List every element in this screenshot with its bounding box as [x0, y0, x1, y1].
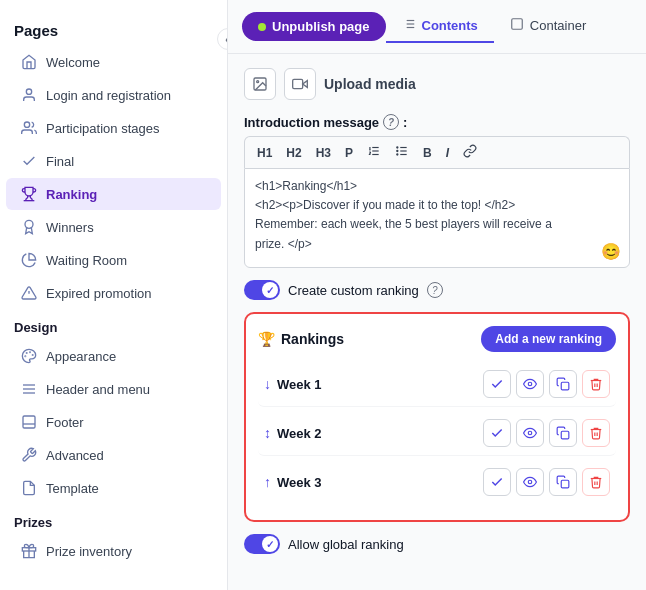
add-ranking-button[interactable]: Add a new ranking	[481, 326, 616, 352]
ranking-copy-button[interactable]	[549, 370, 577, 398]
toolbar-h3[interactable]: H3	[312, 144, 335, 162]
home-icon	[20, 53, 38, 71]
sidebar-title: Pages	[14, 22, 58, 39]
custom-ranking-toggle[interactable]: ✓	[244, 280, 280, 300]
sidebar-item-welcome[interactable]: Welcome	[6, 46, 221, 78]
ranking-check-button[interactable]	[483, 419, 511, 447]
sidebar-item-appearance[interactable]: Appearance	[6, 340, 221, 372]
sidebar-item-label: Expired promotion	[46, 286, 152, 301]
unpublish-label: Unpublish page	[272, 19, 370, 34]
editor-line3: Remember: each week, the 5 best players …	[255, 215, 619, 234]
toolbar-h2[interactable]: H2	[282, 144, 305, 162]
toggle-check-icon: ✓	[266, 539, 274, 550]
toolbar-bold[interactable]: B	[419, 144, 436, 162]
svg-rect-26	[293, 79, 303, 88]
user-group-icon	[20, 119, 38, 137]
ranking-delete-button[interactable]	[582, 468, 610, 496]
file-icon	[20, 479, 38, 497]
editor-toolbar: H1 H2 H3 P B I	[244, 136, 630, 168]
sort-updown-icon[interactable]: ↕	[264, 425, 271, 441]
intro-tooltip-icon[interactable]: ?	[383, 114, 399, 130]
rankings-title-text: Rankings	[281, 331, 344, 347]
sidebar-item-login[interactable]: Login and registration	[6, 79, 221, 111]
rankings-box: 🏆 Rankings Add a new ranking ↓ Week 1	[244, 312, 630, 522]
ranking-actions	[483, 370, 610, 398]
toolbar-ul[interactable]	[391, 142, 413, 163]
sidebar-item-waiting-room[interactable]: Waiting Room	[6, 244, 221, 276]
upload-media-label: Upload media	[324, 76, 416, 92]
upload-video-icon	[284, 68, 316, 100]
svg-rect-22	[512, 19, 523, 30]
toolbar-italic[interactable]: I	[442, 144, 453, 162]
sort-up-icon[interactable]: ↑	[264, 474, 271, 490]
sidebar-item-footer[interactable]: Footer	[6, 406, 221, 438]
allow-global-toggle[interactable]: ✓	[244, 534, 280, 554]
ranking-eye-button[interactable]	[516, 370, 544, 398]
ranking-eye-button[interactable]	[516, 419, 544, 447]
colon: :	[403, 115, 407, 130]
sidebar-item-label: Winners	[46, 220, 94, 235]
custom-ranking-tooltip-icon[interactable]: ?	[427, 282, 443, 298]
custom-ranking-label: Create custom ranking	[288, 283, 419, 298]
emoji-button[interactable]: 😊	[601, 242, 621, 261]
sidebar: Pages ❮ Welcome Login and registration P…	[0, 0, 228, 590]
ranking-name: Week 1	[277, 377, 483, 392]
svg-point-34	[397, 150, 398, 151]
sidebar-item-participation[interactable]: Participation stages	[6, 112, 221, 144]
sidebar-item-ranking[interactable]: Ranking	[6, 178, 221, 210]
award-icon	[20, 218, 38, 236]
ranking-delete-button[interactable]	[582, 419, 610, 447]
svg-point-7	[26, 353, 27, 354]
sidebar-item-template[interactable]: Template	[6, 472, 221, 504]
sidebar-item-label: Ranking	[46, 187, 97, 202]
upload-media-row: Upload media	[244, 68, 630, 100]
sidebar-item-expired-promotion[interactable]: Expired promotion	[6, 277, 221, 309]
toolbar-link[interactable]	[459, 142, 481, 163]
svg-point-33	[397, 147, 398, 148]
toggle-knob: ✓	[262, 282, 278, 298]
ranking-delete-button[interactable]	[582, 370, 610, 398]
topbar: Unpublish page Contents Container	[228, 0, 646, 54]
intro-label-row: Introduction message ? :	[244, 114, 630, 130]
sidebar-item-header-menu[interactable]: Header and menu	[6, 373, 221, 405]
ranking-actions	[483, 419, 610, 447]
svg-point-35	[397, 154, 398, 155]
svg-rect-39	[561, 431, 569, 439]
tab-contents[interactable]: Contents	[386, 10, 494, 43]
allow-global-ranking-row: ✓ Allow global ranking	[244, 534, 630, 554]
sidebar-item-label: Advanced	[46, 448, 104, 463]
svg-point-24	[257, 81, 259, 83]
menu-icon	[20, 380, 38, 398]
sidebar-item-prize-inventory[interactable]: Prize inventory	[6, 535, 221, 567]
table-row: ↓ Week 1	[258, 362, 616, 407]
svg-point-38	[528, 431, 532, 435]
sidebar-item-final[interactable]: Final	[6, 145, 221, 177]
toolbar-ol[interactable]	[363, 142, 385, 163]
unpublish-button[interactable]: Unpublish page	[242, 12, 386, 41]
ranking-check-button[interactable]	[483, 468, 511, 496]
ranking-check-button[interactable]	[483, 370, 511, 398]
design-section-title: Design	[0, 310, 227, 339]
sort-down-icon[interactable]: ↓	[264, 376, 271, 392]
toolbar-h1[interactable]: H1	[253, 144, 276, 162]
sidebar-item-advanced[interactable]: Advanced	[6, 439, 221, 471]
rankings-trophy-icon: 🏆	[258, 331, 275, 347]
ranking-actions	[483, 468, 610, 496]
toggle-check-icon: ✓	[266, 285, 274, 296]
editor-content[interactable]: <h1>Ranking</h1> <h2><p>Discover if you …	[244, 168, 630, 268]
content-panel: Upload media Introduction message ? : H1…	[228, 54, 646, 568]
svg-point-1	[24, 122, 29, 127]
gift-icon	[20, 542, 38, 560]
svg-point-6	[32, 355, 33, 356]
ranking-eye-button[interactable]	[516, 468, 544, 496]
allow-global-label: Allow global ranking	[288, 537, 404, 552]
prizes-section-title: Prizes	[0, 505, 227, 534]
sidebar-item-label: Appearance	[46, 349, 116, 364]
ranking-copy-button[interactable]	[549, 468, 577, 496]
rankings-header: 🏆 Rankings Add a new ranking	[258, 326, 616, 352]
sidebar-item-winners[interactable]: Winners	[6, 211, 221, 243]
ranking-copy-button[interactable]	[549, 419, 577, 447]
rankings-title-row: 🏆 Rankings	[258, 331, 344, 347]
toolbar-p[interactable]: P	[341, 144, 357, 162]
tab-container[interactable]: Container	[494, 10, 602, 43]
